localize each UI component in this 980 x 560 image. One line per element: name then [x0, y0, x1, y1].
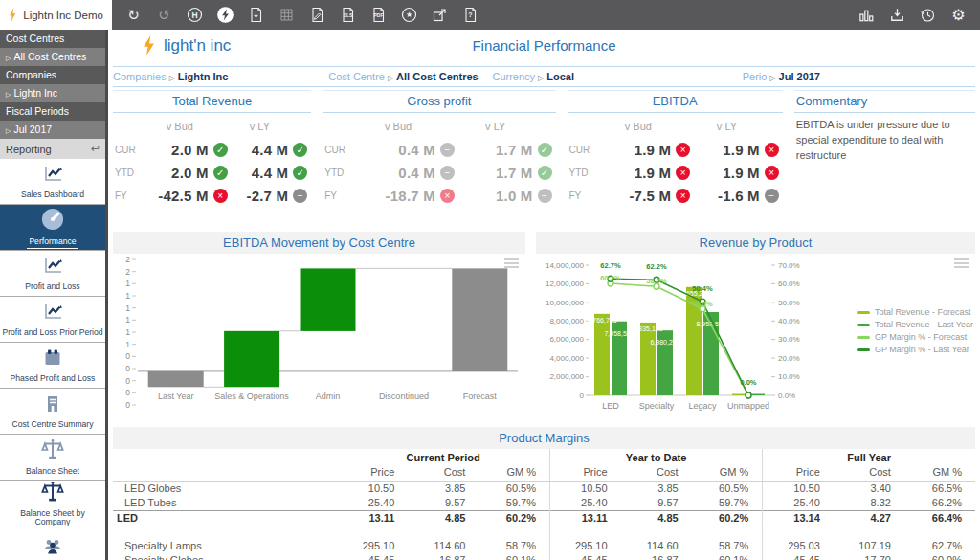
- chart-menu-icon[interactable]: [954, 257, 969, 270]
- kpi-value-cell: 1.7 M✓: [457, 161, 554, 184]
- svg-text:30.0%: 30.0%: [778, 335, 800, 344]
- revenue-plot: 14,000,000 12,000,000 10,000,000 8,000,0…: [536, 254, 825, 419]
- svg-text:Discontinued: Discontinued: [379, 392, 429, 401]
- history-icon[interactable]: [919, 6, 937, 24]
- kpi-column-header: v Bud: [604, 115, 693, 138]
- cell: 9.57: [408, 496, 479, 511]
- sidebar-item-balance-sheet[interactable]: Balance Sheet: [0, 435, 105, 481]
- svg-text:Sales & Operations: Sales & Operations: [214, 392, 289, 401]
- expand-triangle-icon: ▷: [538, 74, 544, 82]
- cell: 60.5%: [479, 481, 549, 496]
- kpi-card-gross-profit[interactable]: Gross profit v Budv LYCUR0.4 M−1.7 M✓YTD…: [323, 90, 555, 207]
- page-edit-icon[interactable]: [308, 6, 326, 24]
- svg-text:2: 2: [125, 255, 130, 264]
- kpi-value: 0.4 M: [398, 165, 435, 181]
- sidebar-item-profit-and-loss-prior-period[interactable]: Profit and Loss Prior Period: [0, 297, 105, 343]
- app-lightning-icon: [9, 8, 16, 22]
- status-good-icon: ✓: [213, 143, 228, 157]
- sidebar-filter-header-fiscal-periods: Fiscal Periods: [0, 102, 105, 121]
- kpi-value: 4.4 M: [252, 142, 289, 158]
- table-row-specialty-lamps[interactable]: Specialty Lamps295.10114.6058.7%295.1011…: [113, 538, 975, 552]
- filter-value: All Cost Centres: [396, 71, 479, 82]
- export-xls-icon[interactable]: XLS: [339, 6, 357, 24]
- cell: 66.2%: [904, 496, 975, 511]
- filter-currency[interactable]: Currency▷Local: [492, 71, 742, 82]
- sidebar-filter-value-companies[interactable]: ▷Lightn Inc: [0, 84, 105, 102]
- bar-chart-icon[interactable]: [858, 6, 876, 24]
- reporting-label: Reporting: [6, 144, 52, 155]
- svg-text:60.2%: 60.2%: [600, 274, 621, 282]
- kpi-card-total-revenue[interactable]: Total Revenue v Budv LYCUR2.0 M✓4.4 M✓YT…: [113, 90, 311, 207]
- sidebar-item-label: Balance Sheet: [24, 467, 81, 476]
- kpi-value-cell: 1.9 M×: [692, 138, 781, 161]
- home-h-icon[interactable]: H: [186, 6, 204, 24]
- status-bad-icon: ×: [440, 189, 455, 203]
- sidebar-filter-value-fiscal-periods[interactable]: ▷Jul 2017: [0, 121, 105, 139]
- svg-text:4,000,000: 4,000,000: [549, 354, 584, 363]
- table-group-header-row: Current PeriodYear to DateFull Year: [113, 449, 975, 464]
- export-pdf-icon[interactable]: PDF: [369, 6, 388, 24]
- status-good-icon: ✓: [538, 143, 552, 157]
- sidebar-item-phased-profit-and-loss[interactable]: Phased Profit and Loss: [0, 343, 105, 389]
- grid-icon[interactable]: [278, 6, 296, 24]
- brand-lightning-icon: [142, 35, 156, 56]
- sidebar-item-sales-dashboard[interactable]: Sales Dashboard: [0, 159, 105, 205]
- line-chart-icon: [40, 255, 65, 281]
- import-icon[interactable]: [888, 6, 906, 24]
- favourite-star-icon[interactable]: ★: [400, 6, 418, 24]
- settings-gear-icon[interactable]: ⚙: [949, 6, 968, 24]
- svg-text:1: 1: [125, 315, 130, 325]
- sidebar-item-performance[interactable]: Performance: [0, 205, 105, 251]
- legend-label: GP Margin % - Forecast: [875, 332, 967, 342]
- table-row-led-tubes[interactable]: LED Tubes25.409.5759.7%25.409.5759.7%25.…: [113, 496, 975, 511]
- help-icon[interactable]: ?: [461, 6, 479, 24]
- cell: 4.27: [834, 510, 904, 526]
- svg-text:20.0%: 20.0%: [778, 354, 800, 363]
- active-dashboard-lightning-icon[interactable]: [216, 6, 234, 24]
- cell: 62.7%: [904, 538, 975, 552]
- table-row-led[interactable]: LED13.114.8560.2%13.114.8560.2%13.144.27…: [113, 510, 975, 526]
- revenue-chart[interactable]: 14,000,000 12,000,000 10,000,000 8,000,0…: [536, 254, 975, 419]
- kpi-card-ebitda[interactable]: EBITDA v Budv LYCUR1.9 M×1.9 M×YTD1.9 M×…: [568, 90, 783, 207]
- kpi-value-cell: 0.4 M−: [359, 138, 457, 161]
- kpi-row-label: FY: [324, 184, 359, 207]
- kpi-value-cell: 1.7 M✓: [457, 138, 554, 161]
- cell: 60.2%: [479, 510, 549, 526]
- status-good-icon: ✓: [213, 166, 228, 180]
- commentary-text: EBITDA is under pressure due to special …: [794, 113, 975, 168]
- open-external-icon[interactable]: [431, 6, 449, 24]
- kpi-value-cell: -7.5 M×: [604, 184, 693, 207]
- status-bad-icon: ×: [676, 166, 690, 180]
- svg-text:2: 2: [125, 267, 130, 277]
- cell: 13.11: [337, 510, 408, 526]
- sidebar-item-people[interactable]: [0, 526, 105, 560]
- commentary-title: Commentary: [794, 90, 975, 113]
- sidebar-item-cost-centre-summary[interactable]: Cost Centre Summary: [0, 389, 105, 435]
- filter-perio[interactable]: Perio▷Jul 2017: [743, 71, 975, 82]
- collapse-arrow-icon[interactable]: ↩: [91, 143, 100, 155]
- undo-icon[interactable]: ↺: [155, 6, 173, 24]
- cell: 4.85: [621, 510, 692, 526]
- filter-companies[interactable]: Companies▷Lightn Inc: [113, 71, 328, 82]
- sidebar-reporting-header[interactable]: Reporting ↩: [0, 139, 105, 159]
- sidebar-item-profit-and-loss[interactable]: Profit and Loss: [0, 251, 105, 297]
- table-row-specialty-globes[interactable]: Specialty Globes45.4516.8760.1%45.4516.8…: [113, 552, 975, 560]
- page-download-icon[interactable]: [247, 6, 265, 24]
- svg-text:8,000,000: 8,000,000: [549, 317, 584, 325]
- waterfall-chart[interactable]: 2 2 1 1 1 1 1 1 0 0 0 0 0 Last YearSales…: [113, 254, 525, 419]
- app-tab[interactable]: Lightn Inc Demo: [0, 0, 112, 30]
- legend-swatch: [858, 336, 870, 339]
- filter-cost-centre[interactable]: Cost Centre▷All Cost Centres: [328, 71, 492, 82]
- column-header: Price: [549, 464, 620, 481]
- kpi-title: EBITDA: [568, 90, 783, 113]
- redo-icon[interactable]: ↻: [124, 6, 143, 24]
- chart-menu-icon[interactable]: [504, 257, 519, 270]
- cell: 9.57: [621, 496, 692, 511]
- svg-text:PDF: PDF: [374, 12, 384, 18]
- sidebar-item-balance-sheet-by-company[interactable]: Balance Sheet by Company: [0, 481, 105, 526]
- sidebar: Cost Centres ▷All Cost CentresCompanies …: [0, 30, 108, 560]
- table-row-led-globes[interactable]: LED Globes10.503.8560.5%10.503.8560.5%10…: [113, 481, 975, 496]
- sidebar-filter-value-cost-centres[interactable]: ▷All Cost Centres: [0, 48, 105, 66]
- kpi-value: -42.5 M: [158, 188, 208, 204]
- expand-triangle-icon: ▷: [169, 74, 175, 82]
